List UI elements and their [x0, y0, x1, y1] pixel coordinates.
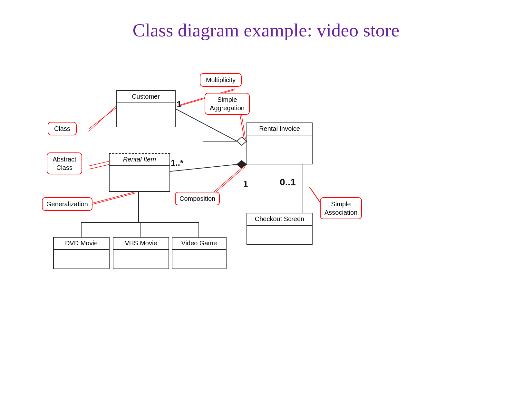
rental-invoice-class-name: Rental Invoice	[247, 123, 312, 135]
svg-line-13	[89, 108, 116, 129]
abstract-class-annotation: AbstractClass	[47, 152, 82, 174]
vhs-movie-class-body	[113, 250, 169, 269]
class-annotation: Class	[48, 122, 77, 135]
dvd-movie-class-name: DVD Movie	[54, 238, 109, 250]
svg-marker-3	[237, 161, 247, 168]
composition-annotation-text: Composition	[179, 195, 215, 202]
rental-item-class-name: Rental Item	[110, 154, 169, 166]
customer-class-body	[117, 103, 175, 127]
rental-invoice-class-body	[247, 135, 312, 164]
dvd-movie-class-body	[54, 250, 109, 269]
multiplicity-1-bottom: 1	[243, 179, 248, 189]
rental-invoice-class: Rental Invoice	[247, 122, 313, 164]
simple-association-annotation-text: SimpleAssociation	[324, 201, 357, 216]
rental-item-class: Rental Item	[109, 153, 170, 192]
checkout-screen-class-body	[247, 226, 312, 245]
checkout-screen-class: Checkout Screen	[247, 213, 313, 245]
multiplicity-annotation-text: Multiplicity	[206, 76, 236, 83]
video-game-class-name: Video Game	[172, 238, 226, 250]
multiplicity-1star-rental: 1..*	[171, 158, 183, 168]
svg-marker-1	[237, 137, 247, 145]
svg-line-22	[86, 192, 135, 205]
multiplicity-annotation: Multiplicity	[200, 73, 242, 87]
simple-aggregation-annotation: SimpleAggregation	[205, 93, 250, 115]
simple-association-annotation: SimpleAssociation	[320, 197, 362, 219]
simple-aggregation-annotation-text: SimpleAggregation	[210, 96, 245, 112]
customer-class-name: Customer	[117, 91, 175, 103]
checkout-screen-class-name: Checkout Screen	[247, 213, 312, 226]
svg-line-12	[89, 106, 116, 132]
composition-annotation: Composition	[175, 192, 220, 205]
video-game-class: Video Game	[172, 237, 227, 269]
rental-item-class-body	[110, 166, 169, 191]
multiplicity-1-customer: 1	[177, 99, 182, 110]
multiplicity-01: 0..1	[280, 177, 296, 188]
svg-line-23	[87, 193, 136, 206]
generalization-annotation: Generalization	[42, 197, 92, 211]
generalization-annotation-text: Generalization	[46, 201, 88, 208]
dvd-movie-class: DVD Movie	[53, 237, 110, 269]
vhs-movie-class: VHS Movie	[113, 237, 169, 269]
vhs-movie-class-name: VHS Movie	[113, 238, 169, 250]
class-annotation-text: Class	[54, 125, 70, 132]
video-game-class-body	[172, 250, 226, 269]
diagram-area: Customer Rental Invoice Rental Item DVD …	[0, 58, 532, 411]
abstract-class-annotation-text: AbstractClass	[53, 156, 76, 171]
page-title: Class diagram example: video store	[0, 0, 532, 41]
customer-class: Customer	[116, 90, 176, 127]
